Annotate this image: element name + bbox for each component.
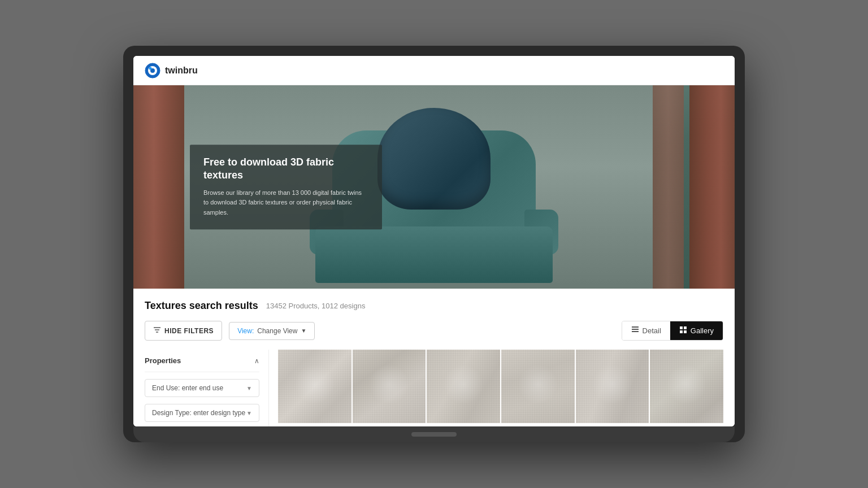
filter-icon	[153, 326, 161, 336]
texture-grid	[278, 350, 723, 426]
gallery-view-button[interactable]: Gallery	[670, 321, 723, 340]
texture-card[interactable]	[576, 350, 649, 423]
toolbar: HIDE FILTERS View: Change View ▼	[145, 321, 723, 341]
detail-view-button[interactable]: Detail	[622, 321, 670, 340]
svg-rect-9	[632, 331, 639, 332]
search-results-title: Textures search results	[145, 300, 258, 312]
laptop-base	[133, 426, 735, 442]
svg-rect-11	[684, 326, 687, 329]
detail-label: Detail	[643, 326, 661, 335]
hide-filters-label: HIDE FILTERS	[164, 327, 214, 335]
laptop-notch	[411, 432, 457, 437]
logo-area[interactable]: twinbru	[145, 63, 198, 79]
gallery-label: Gallery	[691, 326, 714, 335]
chair-cushion	[377, 108, 491, 210]
search-header: Textures search results 13452 Products, …	[145, 300, 723, 312]
filters-panel: Properties ∧ End Use: enter end use ▼ De…	[145, 350, 269, 426]
svg-point-3	[149, 67, 152, 69]
change-view-button[interactable]: View: Change View ▼	[229, 322, 315, 340]
end-use-label: End Use: enter end use	[152, 384, 223, 392]
texture-card[interactable]	[353, 350, 426, 423]
laptop-screen: twinbru Free to dow	[133, 56, 735, 426]
svg-rect-8	[632, 329, 639, 330]
site-header: twinbru	[133, 56, 735, 85]
end-use-chevron-icon: ▼	[246, 385, 252, 391]
design-type-label: Design Type: enter design type	[152, 409, 245, 417]
search-results-count: 13452 Products, 1012 designs	[266, 302, 366, 310]
hero-section: Free to download 3D fabric textures Brow…	[133, 85, 735, 289]
texture-card[interactable]	[278, 350, 351, 423]
svg-rect-7	[632, 326, 639, 328]
hide-filters-button[interactable]: HIDE FILTERS	[145, 321, 222, 341]
view-change-text: Change View	[257, 327, 297, 335]
properties-section-header[interactable]: Properties ∧	[145, 350, 259, 372]
hero-title: Free to download 3D fabric textures	[203, 156, 368, 182]
view-label: View:	[237, 327, 254, 335]
design-type-chevron-icon: ▼	[246, 410, 252, 416]
hero-text-overlay: Free to download 3D fabric textures Brow…	[190, 145, 382, 229]
svg-rect-13	[684, 330, 687, 333]
content-area: Properties ∧ End Use: enter end use ▼ De…	[145, 350, 723, 426]
end-use-dropdown[interactable]: End Use: enter end use ▼	[145, 379, 259, 397]
svg-rect-10	[680, 326, 683, 329]
texture-card[interactable]	[427, 350, 500, 423]
svg-rect-12	[680, 330, 683, 333]
search-results-section: Textures search results 13452 Products, …	[133, 289, 735, 426]
gallery-grid-icon	[679, 326, 687, 336]
wood-column-right2	[653, 85, 684, 289]
properties-chevron-icon: ∧	[254, 357, 259, 365]
properties-title: Properties	[145, 356, 181, 365]
chair-seat	[315, 226, 553, 283]
texture-card[interactable]	[650, 350, 723, 423]
logo-text: twinbru	[165, 66, 198, 76]
detail-list-icon	[631, 326, 639, 336]
view-chevron-icon: ▼	[301, 328, 306, 334]
view-toggle: Detail Gallery	[622, 321, 723, 341]
twinbru-logo-icon	[145, 63, 160, 79]
laptop-shell: twinbru Free to dow	[123, 46, 745, 442]
texture-card[interactable]	[501, 350, 575, 423]
design-type-dropdown[interactable]: Design Type: enter design type ▼	[145, 404, 259, 422]
hero-description: Browse our library of more than 13 000 d…	[203, 188, 368, 218]
wood-column-right	[689, 85, 735, 289]
wood-column-left	[133, 85, 184, 289]
